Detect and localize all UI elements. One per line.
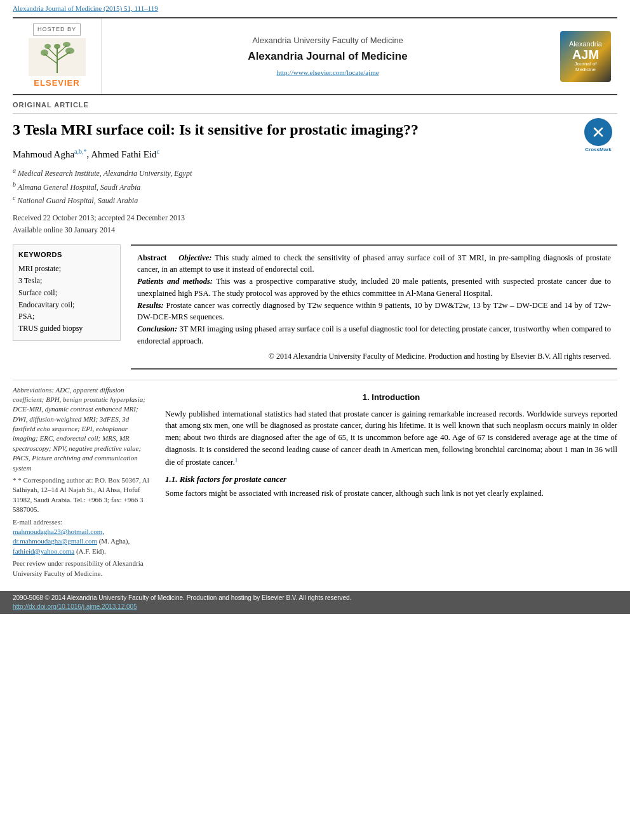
svg-point-9 <box>63 42 70 47</box>
article-type: ORIGINAL ARTICLE <box>13 95 617 113</box>
affiliation-c: c National Guard Hospital, Saudi Arabia <box>13 194 617 206</box>
results-text: Prostate cancer was correctly diagnosed … <box>137 301 611 322</box>
university-name: Alexandria University Faculty of Medicin… <box>252 35 403 46</box>
journal-link-bar: Alexandria Journal of Medicine (2015) 51… <box>0 0 630 17</box>
page: Alexandria Journal of Medicine (2015) 51… <box>0 0 630 840</box>
hosted-by-label: HOSTED BY <box>33 23 81 36</box>
keyword-3: Surface coil; <box>18 288 115 298</box>
keyword-4: Endocavitary coil; <box>18 300 115 310</box>
corresponding-text: * * Corresponding author at: P.O. Box 50… <box>13 476 152 515</box>
main-content: ORIGINAL ARTICLE 3 Tesla MRI surface coi… <box>0 95 630 581</box>
affiliation-a: a Medical Research Institute, Alexandria… <box>13 166 617 179</box>
email2-link[interactable]: dr.mahmoudagha@gmail.com <box>13 537 97 545</box>
author1-superscript: a,b,* <box>74 148 86 155</box>
abstract-label: Abstract <box>137 253 167 262</box>
authors-line: Mahmoud Aghaa,b,*, Ahmed Fathi Eidc <box>13 147 617 161</box>
affiliation-b: b Almana General Hospital, Saudi Arabia <box>13 180 617 193</box>
keyword-1: MRI prostate; <box>18 263 115 274</box>
email-label: E-mail addresses: <box>13 518 62 526</box>
abbreviations-text: Abbreviations: ADC, apparent diffusion c… <box>13 385 152 474</box>
keywords-box: KEYWORDS MRI prostate; 3 Tesla; Surface … <box>13 244 121 341</box>
peer-review-text: Peer review under responsibility of Alex… <box>13 559 152 578</box>
conclusion-text: 3T MRI imaging using phased array surfac… <box>137 324 611 345</box>
intro-heading: 1. Introduction <box>165 392 617 403</box>
keyword-2: 3 Tesla; <box>18 276 115 286</box>
svg-point-8 <box>44 44 51 49</box>
dates-section: Received 22 October 2013; accepted 24 De… <box>13 213 617 236</box>
intro-paragraph1: Newly published international statistics… <box>165 408 617 469</box>
article-title-container: 3 Tesla MRI surface coil: Is it sensitiv… <box>13 120 617 140</box>
journal-title-header: Alexandria Journal of Medicine <box>248 49 407 64</box>
journal-link-text[interactable]: Alexandria Journal of Medicine (2015) 51… <box>13 4 158 12</box>
footnotes-section: Abbreviations: ADC, apparent diffusion c… <box>13 380 617 581</box>
results-label: Results: <box>137 301 164 310</box>
header-section: HOSTED BY ELSEVIER Alexandria University… <box>13 17 617 95</box>
ajm-logo: Alexandria AJM Journal ofMedicine <box>560 31 611 82</box>
bottom-bar: 2090-5068 © 2014 Alexandria University F… <box>0 591 630 614</box>
two-col-section: KEYWORDS MRI prostate; 3 Tesla; Surface … <box>13 244 617 370</box>
crossmark-circle[interactable] <box>584 118 612 146</box>
header-left: HOSTED BY ELSEVIER <box>13 18 102 94</box>
objective-label: Objective: <box>178 253 211 262</box>
email-text: E-mail addresses: mahmoudagha23@hotmail.… <box>13 517 152 557</box>
crossmark-label: CrossMark <box>585 147 611 153</box>
conclusion-label: Conclusion: <box>137 324 177 333</box>
footnote-ref-1: 1 <box>235 457 238 463</box>
author1-name: Mahmoud Agha <box>13 149 74 159</box>
available-date: Available online 30 January 2014 <box>13 225 617 236</box>
left-sidebar: KEYWORDS MRI prostate; 3 Tesla; Surface … <box>13 244 121 370</box>
svg-point-7 <box>65 48 74 54</box>
keyword-6: TRUS guided biopsy <box>18 323 115 334</box>
right-abstract: Abstract Objective: This study aimed to … <box>131 244 617 370</box>
email3-link[interactable]: fathieid@yahoo.coma <box>13 547 74 555</box>
abstract-box: Abstract Objective: This study aimed to … <box>131 244 617 370</box>
article-title-text: 3 Tesla MRI surface coil: Is it sensitiv… <box>13 121 419 138</box>
keywords-title: KEYWORDS <box>18 250 115 260</box>
keyword-5: PSA; <box>18 311 115 322</box>
journal-url[interactable]: http://www.elsevier.com/locate/ajme <box>276 68 379 77</box>
patients-label: Patients and methods: <box>137 277 213 286</box>
bottom-copyright: 2090-5068 © 2014 Alexandria University F… <box>13 594 351 601</box>
author2-superscript: c <box>157 148 159 155</box>
affiliations: a Medical Research Institute, Alexandria… <box>13 166 617 206</box>
email-m: (M. Agha), <box>97 537 130 545</box>
email1-link[interactable]: mahmoudagha23@hotmail.com <box>13 528 102 535</box>
header-right: Alexandria AJM Journal ofMedicine <box>554 18 617 94</box>
svg-point-6 <box>41 50 48 56</box>
svg-point-10 <box>54 44 60 49</box>
intro-paragraph2: Some factors might be associated with in… <box>165 488 617 500</box>
abstract-copyright: © 2014 Alexandria University Faculty of … <box>137 351 611 362</box>
elsevier-tree-graphic <box>29 38 86 76</box>
elsevier-logo-text: ELSEVIER <box>34 77 79 89</box>
bottom-doi-link[interactable]: http://dx.doi.org/10.1016/j.ajme.2013.12… <box>13 603 137 610</box>
intro-section: 1. Introduction Newly published internat… <box>165 392 617 500</box>
header-center: Alexandria University Faculty of Medicin… <box>102 18 554 94</box>
crossmark-badge[interactable]: CrossMark <box>579 120 617 152</box>
footnotes-left: Abbreviations: ADC, apparent diffusion c… <box>13 385 152 581</box>
subsection1-heading: 1.1. Risk factors for prostate cancer <box>165 474 617 485</box>
footnotes-right: 1. Introduction Newly published internat… <box>165 385 617 581</box>
email-sep: , <box>102 528 104 535</box>
abstract-text: Abstract Objective: This study aimed to … <box>137 252 611 347</box>
author2-connector: , Ahmed Fathi Eid <box>87 149 157 159</box>
received-date: Received 22 October 2013; accepted 24 De… <box>13 213 617 223</box>
email-af: (A.F. Eid). <box>74 547 106 555</box>
